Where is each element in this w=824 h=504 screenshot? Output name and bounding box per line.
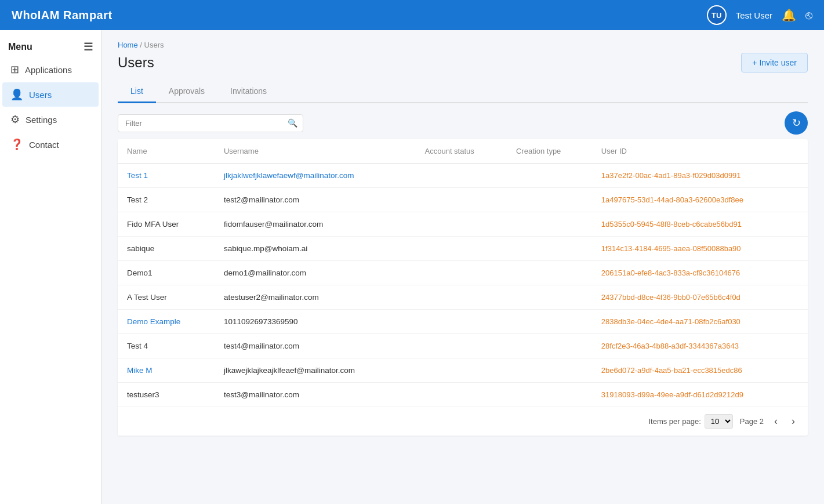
cell-account-status <box>416 383 507 407</box>
page-info: Page 2 <box>740 417 764 426</box>
breadcrumb-current: Users <box>144 41 164 49</box>
filter-row: 🔍 ↻ <box>118 111 808 135</box>
cell-name: A Test User <box>118 285 215 310</box>
menu-label: Menu <box>8 42 32 52</box>
cell-account-status <box>416 334 507 358</box>
name-link[interactable]: Test 1 <box>127 171 148 180</box>
cell-user-id: 28fcf2e3-46a3-4b88-a3df-3344367a3643 <box>592 334 808 358</box>
cell-username: jlkjaklwefjklawefaewf@mailinator.com <box>215 164 416 188</box>
col-user-id: User ID <box>592 139 808 164</box>
tab-invitations[interactable]: Invitations <box>217 81 279 103</box>
notification-icon[interactable]: 🔔 <box>782 8 796 22</box>
table-row[interactable]: Mike Mjlkawejklajkeajklfeaef@mailinator.… <box>118 358 808 383</box>
cell-user-id: 2838db3e-04ec-4de4-aa71-08fb2c6af030 <box>592 310 808 334</box>
page-title: Users <box>118 55 154 71</box>
refresh-button[interactable]: ↻ <box>785 111 808 135</box>
items-per-page: Items per page: 10 25 50 <box>648 414 732 429</box>
prev-page-button[interactable]: ‹ <box>771 414 781 429</box>
cell-name: Demo Example <box>118 310 215 334</box>
sidebar-item-settings[interactable]: ⚙ Settings <box>2 107 99 132</box>
table-row[interactable]: Demo1demo1@mailinator.com206151a0-efe8-4… <box>118 261 808 285</box>
cell-account-status <box>416 358 507 383</box>
sidebar: Menu ☰ ⊞ Applications 👤 Users ⚙ Settings… <box>0 30 101 504</box>
next-page-button[interactable]: › <box>788 414 798 429</box>
col-account-status: Account status <box>416 139 507 164</box>
filter-input[interactable] <box>118 114 303 132</box>
users-icon: 👤 <box>10 88 23 101</box>
sidebar-item-label: Contact <box>29 140 59 150</box>
cell-name: Fido MFA User <box>118 212 215 237</box>
cell-username: fidomfauser@mailinator.com <box>215 212 416 237</box>
avatar: TU <box>707 5 727 25</box>
table-row[interactable]: testuser3test3@mailinator.com31918093-d9… <box>118 383 808 407</box>
username-link[interactable]: jlkjaklwefjklawefaewf@mailinator.com <box>224 171 354 180</box>
invite-user-button[interactable]: + Invite user <box>741 53 808 72</box>
applications-icon: ⊞ <box>10 63 19 76</box>
cell-name: Mike M <box>118 358 215 383</box>
cell-creation-type <box>507 310 592 334</box>
cell-user-id: 1a497675-53d1-44ad-80a3-62600e3df8ee <box>592 188 808 212</box>
cell-account-status <box>416 212 507 237</box>
sidebar-item-applications[interactable]: ⊞ Applications <box>2 57 99 82</box>
name-link[interactable]: Mike M <box>127 366 153 375</box>
breadcrumb-separator: / <box>140 41 142 49</box>
table-row[interactable]: Test 4test4@mailinator.com28fcf2e3-46a3-… <box>118 334 808 358</box>
items-per-page-select[interactable]: 10 25 50 <box>705 414 733 429</box>
items-per-page-label: Items per page: <box>648 417 700 426</box>
tab-approvals[interactable]: Approvals <box>156 81 217 103</box>
table-row[interactable]: A Test Useratestuser2@mailinator.com2437… <box>118 285 808 310</box>
sidebar-item-label: Applications <box>25 65 72 75</box>
menu-toggle-icon[interactable]: ☰ <box>84 41 93 53</box>
cell-creation-type <box>507 212 592 237</box>
cell-account-status <box>416 310 507 334</box>
table-header-row: Name Username Account status Creation ty… <box>118 139 808 164</box>
breadcrumb-home[interactable]: Home <box>118 41 138 49</box>
cell-name: sabique <box>118 237 215 261</box>
cell-name: Test 2 <box>118 188 215 212</box>
pagination-bar: Items per page: 10 25 50 Page 2 ‹ › <box>118 407 808 436</box>
cell-account-status <box>416 237 507 261</box>
cell-username: test4@mailinator.com <box>215 334 416 358</box>
settings-icon: ⚙ <box>10 113 20 126</box>
cell-username: demo1@mailinator.com <box>215 261 416 285</box>
table-row[interactable]: Fido MFA Userfidomfauser@mailinator.com1… <box>118 212 808 237</box>
breadcrumb: Home / Users <box>118 41 808 49</box>
cell-creation-type <box>507 188 592 212</box>
users-table: Name Username Account status Creation ty… <box>118 139 808 436</box>
cell-name: Demo1 <box>118 261 215 285</box>
filter-wrap: 🔍 <box>118 114 303 132</box>
topnav-right: TU Test User 🔔 ⎋ <box>707 5 812 25</box>
sidebar-item-contact[interactable]: ❓ Contact <box>2 132 99 157</box>
col-creation-type: Creation type <box>507 139 592 164</box>
name-link[interactable]: Demo Example <box>127 317 180 326</box>
cell-user-id: 31918093-d99a-49ee-a9df-d61d2d9212d9 <box>592 383 808 407</box>
username-label: Test User <box>736 10 772 20</box>
table-row[interactable]: sabiquesabique.mp@whoiam.ai1f314c13-4184… <box>118 237 808 261</box>
table-row[interactable]: Demo Example101109269733695902838db3e-04… <box>118 310 808 334</box>
top-navigation: WhoIAM Rampart TU Test User 🔔 ⎋ <box>0 0 824 30</box>
sidebar-item-users[interactable]: 👤 Users <box>2 82 99 107</box>
cell-user-id: 2be6d072-a9df-4aa5-ba21-ecc3815edc86 <box>592 358 808 383</box>
logout-icon[interactable]: ⎋ <box>805 9 812 22</box>
table-row[interactable]: Test 1jlkjaklwefjklawefaewf@mailinator.c… <box>118 164 808 188</box>
main-content: Home / Users Users + Invite user List Ap… <box>101 30 824 504</box>
table-row[interactable]: Test 2test2@mailinator.com1a497675-53d1-… <box>118 188 808 212</box>
cell-username: jlkawejklajkeajklfeaef@mailinator.com <box>215 358 416 383</box>
cell-creation-type <box>507 261 592 285</box>
cell-user-id: 24377bbd-d8ce-4f36-9bb0-07e65b6c4f0d <box>592 285 808 310</box>
cell-username: test3@mailinator.com <box>215 383 416 407</box>
cell-username: atestuser2@mailinator.com <box>215 285 416 310</box>
cell-creation-type <box>507 358 592 383</box>
cell-username: 10110926973369590 <box>215 310 416 334</box>
sidebar-item-label: Users <box>29 90 52 100</box>
cell-user-id: 1d5355c0-5945-48f8-8ceb-c6cabe56bd91 <box>592 212 808 237</box>
cell-account-status <box>416 164 507 188</box>
cell-creation-type <box>507 237 592 261</box>
cell-account-status <box>416 285 507 310</box>
tab-list[interactable]: List <box>118 81 156 103</box>
cell-creation-type <box>507 285 592 310</box>
sidebar-item-label: Settings <box>26 115 57 125</box>
contact-icon: ❓ <box>10 138 23 151</box>
layout: Menu ☰ ⊞ Applications 👤 Users ⚙ Settings… <box>0 30 824 504</box>
cell-name: Test 1 <box>118 164 215 188</box>
